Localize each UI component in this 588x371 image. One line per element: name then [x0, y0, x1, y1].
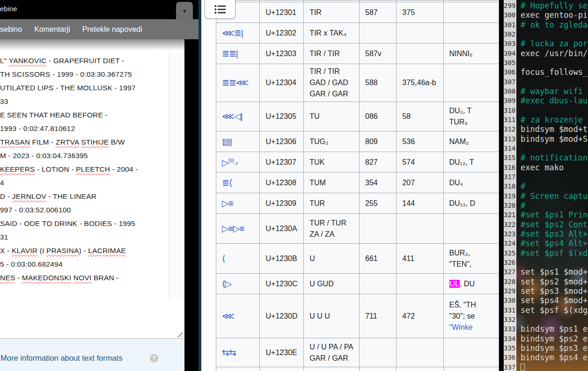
cuneiform-glyph-link[interactable]: ⋘	[222, 311, 234, 321]
sign-name-cell: TUG₂	[304, 131, 360, 152]
textarea-line: D - JERNLOV - THE LINEAR	[0, 189, 169, 203]
cuneiform-glyph-link[interactable]: ▷≡	[222, 198, 233, 208]
title-dropdown-button[interactable]: ▾	[176, 2, 193, 20]
line-number: 337	[504, 364, 515, 371]
config-comment-text: #set $ps1 Prin	[521, 210, 588, 219]
cuneiform-glyph-link[interactable]: ≣≣|	[222, 49, 238, 58]
textarea-line: UTILATED LIPS - THE MOLLUSK - 1997	[0, 81, 169, 95]
misspelled-word: LACRIMAE	[88, 247, 126, 255]
body-textarea[interactable]: L" YANKOVIC - GRAPEFRUIT DIET -TH SCISSO…	[0, 39, 184, 299]
line-number: 323	[504, 230, 515, 238]
table-row: ⟨▷U+1230CU GUDUL, DU	[216, 274, 499, 294]
page-content: L" YANKOVIC - GRAPEFRUIT DIET -TH SCISSO…	[0, 39, 184, 371]
line-number: 310	[504, 107, 515, 114]
misspelled-word: ZRTVA	[56, 138, 79, 146]
misspelled-word: JERNLOV	[12, 192, 46, 200]
line-number: 309	[504, 97, 515, 104]
cuneiform-glyph-link[interactable]: ≣⟨	[222, 178, 232, 188]
line-number: 319	[504, 192, 515, 200]
glyph-cell: ≣⟨	[216, 173, 260, 193]
cuneiform-glyph-link[interactable]: ⟨	[222, 254, 225, 263]
num1-cell	[360, 23, 397, 44]
terminal-line: 337	[504, 362, 588, 371]
terminal-line: 335bindsym $ps3 e	[504, 343, 588, 353]
sign-name-cell: U U U	[304, 294, 360, 338]
config-code-text: bindsym $ps2 e	[521, 334, 588, 343]
values-cell: NAM₂	[443, 131, 499, 152]
values-cell: NINNI₅	[443, 44, 499, 64]
config-code-text: focus_follows_	[521, 67, 588, 77]
num1-cell	[360, 367, 397, 371]
terminal-line: 317	[504, 172, 588, 182]
textarea-line: 33	[0, 95, 169, 108]
terminal-line: 325#set $psf $(xd	[504, 248, 588, 258]
code-point-cell: U+12308	[260, 173, 304, 193]
cuneiform-glyph-link[interactable]: ⋘≣|	[222, 28, 243, 38]
cuneiform-glyph-link[interactable]: ⋘◁|	[222, 111, 243, 121]
config-code-text: bindsym $ps4 e	[521, 353, 588, 362]
textarea-resize-grip[interactable]	[176, 331, 183, 337]
cuneiform-glyph-link[interactable]: ≣≣⋘	[222, 78, 248, 87]
config-comment-text: # notification	[521, 153, 588, 162]
tab-pretekle-napovedi[interactable]: Pretekle napovedi	[82, 25, 142, 34]
config-code-text: set $ps3 $mod+	[521, 286, 588, 296]
num1-cell: 255	[360, 193, 397, 214]
sign-name-cell: TU	[304, 102, 360, 131]
sign-name-cell: TUR / TUR ZA / ZA	[304, 214, 360, 244]
line-number: 301	[504, 21, 515, 29]
terminal-line: 336bindsym $ps4 e	[504, 353, 588, 362]
glyph-cell: ▤|	[216, 131, 260, 152]
toc-list-button[interactable]	[205, 0, 235, 19]
values-cell: BUR₃,"TEN",	[443, 244, 499, 274]
terminal-line: 318#	[504, 182, 588, 191]
num1-cell: 827	[360, 152, 397, 173]
config-code-text: exec mako	[521, 163, 564, 172]
tab-sebino[interactable]: sebino	[0, 25, 22, 34]
cuneiform-glyph-link[interactable]: ⇆⇆	[222, 348, 236, 357]
line-number: 314	[504, 145, 515, 152]
values-cell: DU₁₂, T	[443, 152, 499, 173]
code-point-cell: U+1230C	[260, 274, 304, 294]
line-number: 302	[504, 30, 515, 38]
list-icon	[214, 5, 226, 14]
textarea-scrollbar[interactable]	[169, 52, 184, 299]
line-number: 320	[504, 202, 515, 209]
line-number: 325	[504, 249, 515, 257]
cuneiform-glyph-link[interactable]: ⟨▷	[222, 279, 231, 289]
value-link[interactable]: "Winke	[449, 323, 473, 331]
textarea-line: M - 2023 - 0:03:04.736395	[0, 149, 169, 162]
values-cell	[443, 2, 499, 23]
config-comment-text: #exec dbus-lau	[521, 96, 588, 105]
num1-cell: 809	[360, 131, 397, 152]
terminal-line: 321#set $ps1 Prin	[504, 210, 588, 219]
config-code-text: set $ps2 $mod+	[521, 277, 588, 286]
config-code-text: exec /usr/bin/	[521, 49, 588, 58]
table-row: ▷≡▷≡U+1230ATUR / TUR ZA / ZA	[216, 214, 499, 244]
cuneiform-glyph-link[interactable]: ▷	[222, 158, 228, 167]
glyph-cell: ▷[9]↗	[216, 152, 260, 173]
sign-name-cell: U GUD	[304, 274, 360, 294]
sign-name-cell: TIR	[304, 2, 360, 23]
line-number: 311	[504, 116, 515, 124]
cuneiform-glyph-link[interactable]: ▷≡▷≡	[222, 224, 244, 233]
textarea-line: 4	[0, 176, 169, 189]
sign-name-cell: TUK	[304, 152, 360, 173]
config-code-text: bindsym $ps1 e	[521, 324, 588, 334]
sign-name-cell: TIR / TIR GAD / GAD GAR / GAR	[304, 64, 360, 102]
terminal-window[interactable]: 299# Hopefully se300exec gentoo-pi301# o…	[504, 0, 588, 371]
tab-komentarji[interactable]: Komentarji	[34, 25, 70, 34]
cuneiform-glyph-link[interactable]: ▤|	[222, 137, 232, 146]
help-icon[interactable]: ?	[150, 354, 158, 363]
line-number: 317	[504, 173, 515, 181]
more-info-link[interactable]: More information about text formats	[0, 354, 122, 363]
line-number: 329	[504, 287, 515, 295]
sign-name-cell: U / U PA / PA GAR / GAR	[304, 338, 360, 367]
line-number: 333	[504, 325, 515, 333]
table-row: ▷[9]↗U+12307TUK827574DU₁₂, T	[216, 152, 499, 173]
code-point-cell: U+12306	[260, 131, 304, 152]
terminal-line: 328set $ps2 $mod+	[504, 277, 588, 286]
footnote-link[interactable]: [9]	[228, 158, 234, 163]
terminal-line: 334bindsym $ps2 e	[504, 334, 588, 343]
external-link-icon[interactable]: ↗	[234, 161, 238, 167]
num2-cell	[397, 274, 443, 294]
